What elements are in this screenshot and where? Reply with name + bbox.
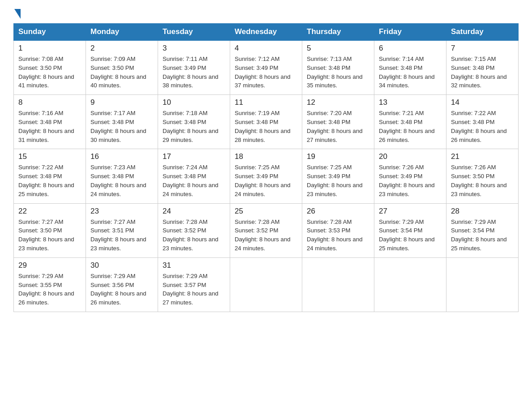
day-number: 2 xyxy=(90,44,153,53)
day-info: Sunrise: 7:29 AMSunset: 3:54 PMDaylight:… xyxy=(451,218,507,252)
logo xyxy=(13,9,21,19)
day-number: 23 xyxy=(90,207,153,216)
day-number: 10 xyxy=(163,98,225,107)
day-number: 13 xyxy=(379,98,442,107)
day-number: 25 xyxy=(235,207,297,216)
calendar-cell xyxy=(374,257,446,312)
day-info: Sunrise: 7:26 AMSunset: 3:49 PMDaylight:… xyxy=(379,164,435,197)
logo-triangle-icon xyxy=(14,9,21,19)
day-info: Sunrise: 7:27 AMSunset: 3:50 PMDaylight:… xyxy=(18,218,74,252)
day-number: 14 xyxy=(451,98,514,107)
day-info: Sunrise: 7:21 AMSunset: 3:48 PMDaylight:… xyxy=(379,110,435,143)
day-number: 12 xyxy=(307,98,369,107)
day-info: Sunrise: 7:12 AMSunset: 3:49 PMDaylight:… xyxy=(235,56,291,89)
day-number: 31 xyxy=(163,261,225,270)
calendar-cell: 15 Sunrise: 7:22 AMSunset: 3:48 PMDaylig… xyxy=(14,149,86,203)
calendar-header-friday: Friday xyxy=(374,24,446,41)
day-number: 8 xyxy=(18,98,81,107)
day-info: Sunrise: 7:11 AMSunset: 3:49 PMDaylight:… xyxy=(163,56,219,89)
calendar-cell xyxy=(302,257,374,312)
day-number: 9 xyxy=(90,98,153,107)
calendar-cell: 20 Sunrise: 7:26 AMSunset: 3:49 PMDaylig… xyxy=(374,149,446,203)
calendar-cell: 2 Sunrise: 7:09 AMSunset: 3:50 PMDayligh… xyxy=(86,40,158,95)
day-number: 28 xyxy=(451,207,514,216)
calendar-cell: 4 Sunrise: 7:12 AMSunset: 3:49 PMDayligh… xyxy=(230,40,302,95)
day-number: 16 xyxy=(90,152,153,161)
day-number: 4 xyxy=(235,44,297,53)
calendar-cell: 23 Sunrise: 7:27 AMSunset: 3:51 PMDaylig… xyxy=(86,203,158,257)
day-number: 30 xyxy=(90,261,153,270)
day-number: 17 xyxy=(163,152,225,161)
day-number: 19 xyxy=(307,152,369,161)
day-number: 5 xyxy=(307,44,369,53)
calendar-cell: 8 Sunrise: 7:16 AMSunset: 3:48 PMDayligh… xyxy=(14,95,86,149)
calendar-cell: 17 Sunrise: 7:24 AMSunset: 3:48 PMDaylig… xyxy=(158,149,230,203)
day-info: Sunrise: 7:20 AMSunset: 3:48 PMDaylight:… xyxy=(307,110,363,143)
calendar-cell: 10 Sunrise: 7:18 AMSunset: 3:48 PMDaylig… xyxy=(158,95,230,149)
calendar-cell: 31 Sunrise: 7:29 AMSunset: 3:57 PMDaylig… xyxy=(158,257,230,312)
day-info: Sunrise: 7:13 AMSunset: 3:48 PMDaylight:… xyxy=(307,56,363,89)
calendar-cell: 12 Sunrise: 7:20 AMSunset: 3:48 PMDaylig… xyxy=(302,95,374,149)
calendar-cell xyxy=(446,257,519,312)
day-info: Sunrise: 7:22 AMSunset: 3:48 PMDaylight:… xyxy=(451,110,507,143)
day-info: Sunrise: 7:27 AMSunset: 3:51 PMDaylight:… xyxy=(90,218,146,252)
day-number: 26 xyxy=(307,207,369,216)
day-number: 22 xyxy=(18,207,81,216)
day-info: Sunrise: 7:14 AMSunset: 3:48 PMDaylight:… xyxy=(379,56,435,89)
day-info: Sunrise: 7:28 AMSunset: 3:53 PMDaylight:… xyxy=(307,218,363,252)
calendar-cell: 28 Sunrise: 7:29 AMSunset: 3:54 PMDaylig… xyxy=(446,203,519,257)
calendar-header-row: SundayMondayTuesdayWednesdayThursdayFrid… xyxy=(14,24,519,41)
calendar-header-sunday: Sunday xyxy=(14,24,86,41)
day-info: Sunrise: 7:29 AMSunset: 3:55 PMDaylight:… xyxy=(18,273,74,306)
calendar-week-row: 15 Sunrise: 7:22 AMSunset: 3:48 PMDaylig… xyxy=(14,149,519,203)
calendar-week-row: 29 Sunrise: 7:29 AMSunset: 3:55 PMDaylig… xyxy=(14,257,519,312)
calendar-cell xyxy=(230,257,302,312)
calendar-cell: 24 Sunrise: 7:28 AMSunset: 3:52 PMDaylig… xyxy=(158,203,230,257)
calendar-header-monday: Monday xyxy=(86,24,158,41)
calendar-week-row: 22 Sunrise: 7:27 AMSunset: 3:50 PMDaylig… xyxy=(14,203,519,257)
day-info: Sunrise: 7:15 AMSunset: 3:48 PMDaylight:… xyxy=(451,56,507,89)
day-number: 20 xyxy=(379,152,442,161)
day-info: Sunrise: 7:09 AMSunset: 3:50 PMDaylight:… xyxy=(90,56,146,89)
calendar-cell: 9 Sunrise: 7:17 AMSunset: 3:48 PMDayligh… xyxy=(86,95,158,149)
day-info: Sunrise: 7:26 AMSunset: 3:50 PMDaylight:… xyxy=(451,164,507,197)
day-info: Sunrise: 7:17 AMSunset: 3:48 PMDaylight:… xyxy=(90,110,146,143)
day-info: Sunrise: 7:08 AMSunset: 3:50 PMDaylight:… xyxy=(18,56,74,89)
day-info: Sunrise: 7:18 AMSunset: 3:48 PMDaylight:… xyxy=(163,110,219,143)
day-info: Sunrise: 7:25 AMSunset: 3:49 PMDaylight:… xyxy=(307,164,363,197)
day-number: 21 xyxy=(451,152,514,161)
day-info: Sunrise: 7:24 AMSunset: 3:48 PMDaylight:… xyxy=(163,164,219,197)
calendar-cell: 16 Sunrise: 7:23 AMSunset: 3:48 PMDaylig… xyxy=(86,149,158,203)
calendar-header-tuesday: Tuesday xyxy=(158,24,230,41)
day-number: 29 xyxy=(18,261,81,270)
calendar-cell: 13 Sunrise: 7:21 AMSunset: 3:48 PMDaylig… xyxy=(374,95,446,149)
calendar-header-thursday: Thursday xyxy=(302,24,374,41)
day-number: 15 xyxy=(18,152,81,161)
day-info: Sunrise: 7:22 AMSunset: 3:48 PMDaylight:… xyxy=(18,164,74,197)
calendar-cell: 14 Sunrise: 7:22 AMSunset: 3:48 PMDaylig… xyxy=(446,95,519,149)
calendar-week-row: 1 Sunrise: 7:08 AMSunset: 3:50 PMDayligh… xyxy=(14,40,519,95)
calendar-cell: 19 Sunrise: 7:25 AMSunset: 3:49 PMDaylig… xyxy=(302,149,374,203)
calendar-cell: 7 Sunrise: 7:15 AMSunset: 3:48 PMDayligh… xyxy=(446,40,519,95)
calendar-cell: 25 Sunrise: 7:28 AMSunset: 3:52 PMDaylig… xyxy=(230,203,302,257)
calendar-cell: 27 Sunrise: 7:29 AMSunset: 3:54 PMDaylig… xyxy=(374,203,446,257)
calendar-cell: 30 Sunrise: 7:29 AMSunset: 3:56 PMDaylig… xyxy=(86,257,158,312)
calendar-header-wednesday: Wednesday xyxy=(230,24,302,41)
calendar-week-row: 8 Sunrise: 7:16 AMSunset: 3:48 PMDayligh… xyxy=(14,95,519,149)
day-number: 11 xyxy=(235,98,297,107)
day-number: 7 xyxy=(451,44,514,53)
day-number: 1 xyxy=(18,44,81,53)
day-number: 3 xyxy=(163,44,225,53)
day-number: 27 xyxy=(379,207,442,216)
calendar-cell: 11 Sunrise: 7:19 AMSunset: 3:48 PMDaylig… xyxy=(230,95,302,149)
calendar-cell: 29 Sunrise: 7:29 AMSunset: 3:55 PMDaylig… xyxy=(14,257,86,312)
calendar-table: SundayMondayTuesdayWednesdayThursdayFrid… xyxy=(13,23,519,312)
day-info: Sunrise: 7:29 AMSunset: 3:54 PMDaylight:… xyxy=(379,218,435,252)
day-info: Sunrise: 7:23 AMSunset: 3:48 PMDaylight:… xyxy=(90,164,146,197)
day-info: Sunrise: 7:29 AMSunset: 3:57 PMDaylight:… xyxy=(163,273,219,306)
day-info: Sunrise: 7:16 AMSunset: 3:48 PMDaylight:… xyxy=(18,110,74,143)
calendar-cell: 1 Sunrise: 7:08 AMSunset: 3:50 PMDayligh… xyxy=(14,40,86,95)
calendar-cell: 5 Sunrise: 7:13 AMSunset: 3:48 PMDayligh… xyxy=(302,40,374,95)
day-info: Sunrise: 7:19 AMSunset: 3:48 PMDaylight:… xyxy=(235,110,291,143)
day-number: 18 xyxy=(235,152,297,161)
